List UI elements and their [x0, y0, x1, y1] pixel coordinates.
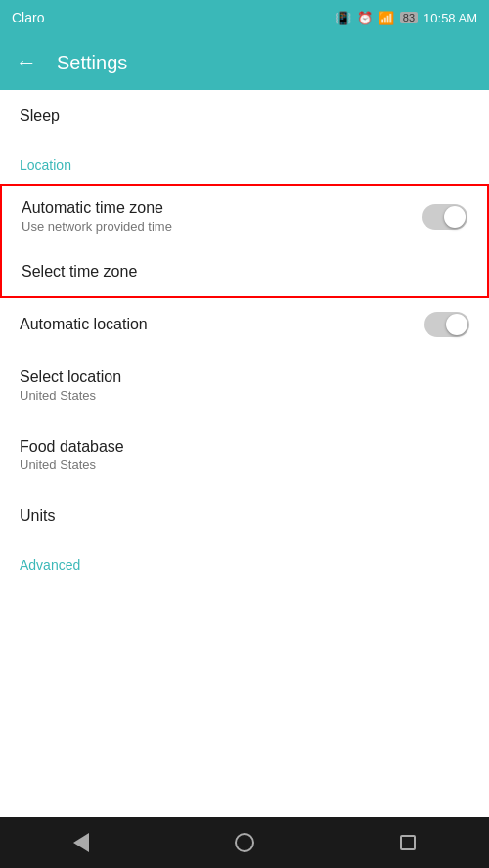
food-database-title: Food database — [20, 438, 469, 456]
location-section-header: Location — [0, 143, 489, 184]
nav-back-button[interactable] — [73, 833, 89, 852]
status-bar: Claro 📳 ⏰ 📶 83 10:58 AM — [0, 0, 489, 35]
automatic-location-title: Automatic location — [20, 316, 424, 333]
automatic-time-zone-toggle[interactable] — [422, 204, 467, 230]
automatic-location-item[interactable]: Automatic location — [0, 298, 489, 351]
sleep-label: Sleep — [20, 108, 469, 125]
automatic-time-zone-item[interactable]: Automatic time zone Use network provided… — [2, 186, 487, 247]
select-time-zone-title: Select time zone — [22, 263, 467, 281]
nav-recent-button[interactable] — [400, 835, 416, 850]
settings-content: Sleep Location Automatic time zone Use n… — [0, 90, 489, 584]
select-time-zone-item[interactable]: Select time zone — [2, 247, 487, 296]
time-text: 10:58 AM — [423, 11, 477, 25]
select-location-title: Select location — [20, 369, 469, 386]
select-location-item[interactable]: Select location United States — [0, 351, 489, 420]
automatic-time-zone-subtitle: Use network provided time — [22, 219, 422, 234]
automatic-location-toggle[interactable] — [424, 312, 469, 337]
automatic-time-zone-title: Automatic time zone — [22, 199, 422, 217]
location-header-text: Location — [20, 157, 71, 173]
app-header: ← Settings — [0, 35, 489, 90]
alarm-icon: ⏰ — [357, 11, 373, 25]
vibrate-icon: 📳 — [335, 11, 351, 25]
carrier-text: Claro — [12, 10, 44, 25]
select-location-subtitle: United States — [20, 388, 469, 403]
status-icons: 📳 ⏰ 📶 83 10:58 AM — [335, 11, 477, 25]
advanced-header-text: Advanced — [20, 557, 80, 573]
food-database-subtitle: United States — [20, 457, 469, 472]
battery-icon: 83 — [400, 12, 418, 23]
back-button[interactable]: ← — [16, 50, 37, 75]
sleep-item[interactable]: Sleep — [0, 90, 489, 143]
advanced-section-header: Advanced — [0, 542, 489, 584]
nav-home-button[interactable] — [235, 833, 254, 852]
units-title: Units — [20, 507, 469, 525]
page-title: Settings — [57, 52, 127, 74]
units-item[interactable]: Units — [0, 490, 489, 542]
signal-icon: 📶 — [378, 11, 394, 25]
bottom-nav-bar — [0, 817, 489, 868]
time-zone-highlight-box: Automatic time zone Use network provided… — [0, 184, 489, 298]
food-database-item[interactable]: Food database United States — [0, 420, 489, 490]
